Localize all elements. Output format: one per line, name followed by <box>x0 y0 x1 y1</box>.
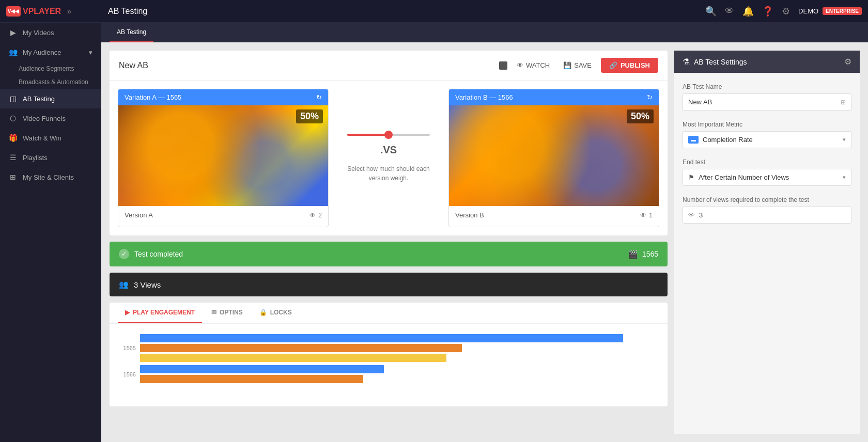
tab-play-engagement[interactable]: ▶ PLAY ENGAGEMENT <box>118 303 202 323</box>
analytics-tabs: ▶ PLAY ENGAGEMENT ✉ OPTINS 🔒 LOCKS <box>110 303 668 324</box>
help-icon[interactable]: ❓ <box>762 6 773 17</box>
stop-icon[interactable] <box>499 61 507 70</box>
settings-end-test-select[interactable]: ⚑ After Certain Number of Views ▾ <box>683 169 851 186</box>
ab-card-title: New AB <box>119 61 148 70</box>
tab-optins-label: OPTINS <box>220 309 243 316</box>
variation-b-refresh-icon[interactable]: ↻ <box>647 93 653 101</box>
optins-icon: ✉ <box>211 309 216 316</box>
variation-a-thumbnail: 50% <box>118 105 328 206</box>
settings-name-input[interactable]: New AB ⊞ <box>683 93 851 110</box>
metric-dropdown-arrow: ▾ <box>843 136 846 143</box>
settings-views-number[interactable]: 👁 3 <box>683 207 851 224</box>
edit-icon: ⊞ <box>841 99 846 106</box>
ab-card-header: New AB 👁 WATCH 💾 SAVE <box>110 51 668 81</box>
bell-icon[interactable]: 🔔 <box>742 6 754 17</box>
settings-panel-header: ⚗ AB Test Settings ⚙ <box>674 51 860 73</box>
settings-name-value: New AB <box>688 98 712 106</box>
variation-b-percent: 50% <box>627 109 654 123</box>
sidebar-label-video-funnels: Video Funnels <box>23 115 66 122</box>
settings-metric-value: Completion Rate <box>703 136 753 144</box>
lock-icon: 🔒 <box>259 309 267 316</box>
sidebar-item-my-site[interactable]: ⊞ My Site & Clients <box>0 167 101 187</box>
bar-1565-3 <box>140 354 659 362</box>
test-completed-label: Test completed <box>134 250 183 258</box>
funnels-icon: ⬡ <box>8 114 18 122</box>
test-completed-id: 1565 <box>642 250 658 258</box>
tab-optins[interactable]: ✉ OPTINS <box>204 303 250 323</box>
bar-1565-blue <box>140 334 623 342</box>
eye-icon[interactable]: 👁 <box>725 6 734 17</box>
tab-bar: AB Testing <box>101 23 868 42</box>
content-area: AB Testing New AB 👁 WATCH <box>101 23 868 442</box>
chart-row-1565: 1565 <box>118 334 659 362</box>
settings-header-label: AB Test Settings <box>694 58 747 66</box>
settings-cog-icon[interactable]: ⚙ <box>844 57 851 67</box>
watch-win-icon: 🎁 <box>8 134 18 142</box>
main-layout: ▶ My Videos 👥 My Audience ▾ Audience Seg… <box>0 23 868 442</box>
eye-a-icon: 👁 <box>309 212 316 219</box>
playlists-icon: ☰ <box>8 153 18 162</box>
sidebar-item-my-videos[interactable]: ▶ My Videos <box>0 23 101 42</box>
gear-icon[interactable]: ⚙ <box>782 6 790 17</box>
settings-metric-select[interactable]: ▬ Completion Rate ▾ <box>683 131 851 148</box>
variation-b-header: Variation B — 1566 ↻ <box>449 89 659 105</box>
bar-1566-orange <box>140 375 363 383</box>
sidebar-item-watch-win[interactable]: 🎁 Watch & Win <box>0 128 101 148</box>
settings-field-views: Number of views required to complete the… <box>683 196 851 224</box>
variation-a-refresh-icon[interactable]: ↻ <box>316 93 322 101</box>
search-icon[interactable]: 🔍 <box>705 6 717 17</box>
vs-middle: .VS Select how much should each version … <box>337 89 440 227</box>
vs-label: .VS <box>380 144 397 156</box>
flag-icon: ⚑ <box>688 173 694 181</box>
tab-locks[interactable]: 🔒 LOCKS <box>252 303 299 323</box>
settings-metric-label: Most Important Metric <box>683 121 851 128</box>
eye-views-icon: 👁 <box>688 211 695 219</box>
watch-button[interactable]: 👁 WATCH <box>513 59 554 72</box>
sidebar-item-audience-segments[interactable]: Audience Segments <box>0 62 101 75</box>
ab-main-panel: New AB 👁 WATCH 💾 SAVE <box>110 51 668 434</box>
variation-b-views: 👁 1 <box>640 212 653 219</box>
tab-locks-label: LOCKS <box>270 309 292 316</box>
sidebar-item-playlists[interactable]: ☰ Playlists <box>0 148 101 167</box>
tab-ab-testing[interactable]: AB Testing <box>110 23 153 42</box>
chart-grid: 1565 <box>118 334 659 386</box>
weight-slider[interactable] <box>337 134 440 136</box>
chart-bars-1565 <box>140 334 659 362</box>
tab-ab-testing-label: AB Testing <box>117 28 146 36</box>
settings-end-test-value: After Certain Number of Views <box>699 173 789 181</box>
test-completed-banner: ✓ Test completed 🎬 1565 <box>110 242 668 266</box>
variation-a-footer: Version A 👁 2 <box>118 206 328 224</box>
sidebar-label-my-videos: My Videos <box>23 29 54 37</box>
variation-a-percent: 50% <box>296 109 323 123</box>
save-button[interactable]: 💾 SAVE <box>559 59 596 72</box>
views-count: 3 Views <box>134 280 161 289</box>
slider-thumb[interactable] <box>384 131 393 139</box>
sidebar-label-my-audience: My Audience <box>23 49 61 56</box>
header-right: 🔍 👁 🔔 ❓ ⚙ DEMO ENTERPRISE <box>705 6 862 17</box>
site-icon: ⊞ <box>8 173 18 181</box>
chart-area: 1565 <box>110 324 668 406</box>
eye-b-icon: 👁 <box>640 212 646 219</box>
bar-1566-1 <box>140 365 659 373</box>
enterprise-badge: ENTERPRISE <box>823 7 862 15</box>
sidebar-item-broadcasts[interactable]: Broadcasts & Automation <box>0 75 101 89</box>
publish-button[interactable]: 🔗 PUBLISH <box>601 58 658 73</box>
sidebar-label-playlists: Playlists <box>23 154 48 162</box>
logo: V◀◀ VPLAYER <box>6 6 61 17</box>
end-test-select-inner: ⚑ After Certain Number of Views <box>688 173 789 181</box>
variation-b-views-count: 1 <box>649 212 653 219</box>
test-completed-right: 🎬 1565 <box>628 249 658 259</box>
user-info[interactable]: DEMO ENTERPRISE <box>798 7 862 15</box>
variation-a-header: Variation A — 1565 ↻ <box>118 89 328 105</box>
sidebar-item-my-audience[interactable]: 👥 My Audience ▾ <box>0 42 101 62</box>
sidebar-item-video-funnels[interactable]: ⬡ Video Funnels <box>0 108 101 128</box>
settings-header-left: ⚗ AB Test Settings <box>683 57 747 67</box>
sidebar-collapse-button[interactable]: » <box>65 5 73 18</box>
bar-1566-2 <box>140 375 659 383</box>
slider-fill <box>347 134 389 136</box>
sidebar-item-ab-testing[interactable]: ◫ AB Testing <box>0 89 101 108</box>
variation-a-version-label: Version A <box>125 211 153 219</box>
ab-card: New AB 👁 WATCH 💾 SAVE <box>110 51 668 235</box>
filter-icon: ⚗ <box>683 57 690 67</box>
variation-a-views-count: 2 <box>318 212 322 219</box>
